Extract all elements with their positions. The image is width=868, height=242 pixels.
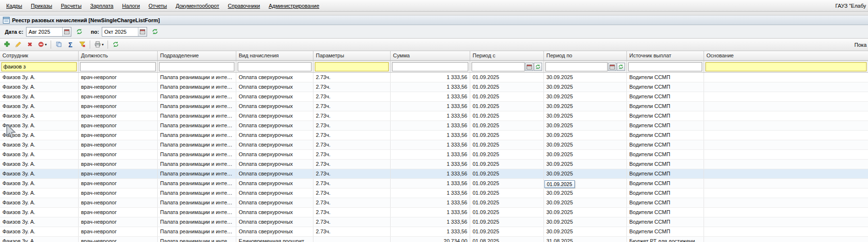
table-row[interactable]: Фаизов Зу. А.врач-неврологПалата реанима… <box>0 217 868 227</box>
filter-input-4[interactable] <box>238 62 312 71</box>
cell: 1 333,56 <box>391 217 470 227</box>
column-header-7[interactable]: Период с <box>470 51 544 61</box>
table-row[interactable]: Фаизов Зу. А.врач-неврологПалата реанима… <box>0 111 868 121</box>
column-header-4[interactable]: Вид начисления <box>236 51 313 61</box>
filter-input-9[interactable] <box>628 62 702 71</box>
date-to-field <box>102 27 147 37</box>
menu-item[interactable]: Отчеты <box>144 1 171 10</box>
filter-input-1[interactable] <box>1 62 77 71</box>
cell: 01.08.2025 <box>470 237 544 242</box>
table-row[interactable]: Фаизов Зу. А.врач-неврологПалата реанима… <box>0 150 868 160</box>
cell: Палата реанимации и интенсивн... <box>158 82 236 92</box>
cell: Палата реанимации и интенсивн... <box>158 198 236 207</box>
cell: Палата реанимации и интенсивн... <box>158 121 236 130</box>
refresh-icon[interactable] <box>617 63 625 71</box>
cell: Оплата сверхурочных <box>236 160 313 169</box>
filter-input-5[interactable] <box>315 62 389 71</box>
table-row[interactable]: Фаизов Зу. А.врач-неврологПалата реанима… <box>0 121 868 131</box>
column-header-3[interactable]: Подразделение <box>158 51 236 61</box>
cell <box>704 102 868 111</box>
filter-input-3[interactable] <box>159 62 234 71</box>
cell: Водители ССМП <box>627 73 704 82</box>
menu-item[interactable]: Расчеты <box>56 1 86 10</box>
refresh-button[interactable] <box>110 40 121 50</box>
column-header-6[interactable]: Сумма <box>391 51 470 61</box>
date-from-input[interactable] <box>27 27 62 36</box>
cell: Оплата сверхурочных <box>236 82 313 92</box>
table-row[interactable]: Фаизов Зу. А.врач-неврологПалата реанима… <box>0 160 868 169</box>
menu-item[interactable]: Справочники <box>224 1 265 10</box>
print-button[interactable]: ▾ <box>93 40 105 50</box>
table-row[interactable]: Фаизов Зу. А.врач-неврологПалата реанима… <box>0 82 868 92</box>
menu-item[interactable]: Кадры <box>2 1 27 10</box>
table-row[interactable]: Фаизов Зу. А.врач-неврологПалата реанима… <box>0 179 868 188</box>
calendar-icon[interactable] <box>608 63 616 71</box>
menu-item[interactable]: Администрирование <box>264 1 324 10</box>
column-header-8[interactable]: Период по <box>544 51 627 61</box>
column-header-1[interactable]: Сотрудник <box>0 51 79 61</box>
delete-button[interactable] <box>25 40 35 50</box>
filter-clear-icon <box>79 40 86 49</box>
table-row[interactable]: Фаизов Зу. А.врач-неврологПалата реанима… <box>0 227 868 237</box>
cell: Водители ССМП <box>627 217 704 227</box>
cell: врач-невролог <box>79 188 158 198</box>
cell: Водители ССМП <box>627 131 704 140</box>
cell <box>704 227 868 236</box>
cell: Водители ССМП <box>627 179 704 188</box>
table-row[interactable]: Фаизов Зу. А.врач-неврологПалата реанима… <box>0 198 868 208</box>
filter-input-8[interactable] <box>545 62 608 71</box>
cell: Водители ССМП <box>627 208 704 217</box>
filter-input-6[interactable] <box>392 62 468 71</box>
calendar-icon[interactable] <box>525 63 533 71</box>
refresh-icon[interactable] <box>534 63 542 71</box>
clear-filter-button[interactable] <box>77 40 87 50</box>
table-row[interactable]: Фаизов Зу. А.врач-неврологПалата реанима… <box>0 73 868 82</box>
filter-input-2[interactable] <box>80 62 156 71</box>
cell: 30.09.2025 <box>544 73 627 82</box>
cell: Оплата сверхурочных <box>236 188 313 198</box>
column-header-10[interactable]: Основание <box>704 51 868 61</box>
date-from-refresh-icon[interactable] <box>74 27 84 37</box>
filter-cell-4 <box>236 61 313 72</box>
table-row[interactable]: Фаизов Зу. А.врач-неврологПалата реанима… <box>0 102 868 111</box>
edit-button[interactable] <box>13 40 24 50</box>
menu-item[interactable]: Документооборот <box>171 1 223 10</box>
calendar-icon[interactable] <box>138 27 147 36</box>
cell: 2.73ч. <box>313 160 391 169</box>
cell: 30.09.2025 <box>544 217 627 227</box>
table-row[interactable]: Фаизов Зу. А.врач-неврологПалата реанима… <box>0 237 868 242</box>
date-to-input[interactable] <box>102 27 138 36</box>
table-row[interactable]: Фаизов Зу. А.врач-неврологПалата реанима… <box>0 208 868 217</box>
cell: 2.73ч. <box>313 73 391 82</box>
cell: Оплата сверхурочных <box>236 169 313 178</box>
cell: 2.73ч. <box>313 227 391 236</box>
add-button[interactable] <box>1 40 12 50</box>
column-header-9[interactable]: Источник выплат <box>627 51 704 61</box>
filter-input-10[interactable] <box>705 62 867 71</box>
menu-item[interactable]: Налоги <box>118 1 144 10</box>
date-filter-bar: Дата с: по: <box>0 25 868 39</box>
table-row[interactable]: Фаизов Зу. А.врач-неврологПалата реанима… <box>0 92 868 102</box>
date-to-refresh-icon[interactable] <box>150 27 160 37</box>
table-row[interactable]: Фаизов Зу. А.врач-неврологПалата реанима… <box>0 131 868 140</box>
table-row[interactable]: Фаизов Зу. А.врач-неврологПалата реанима… <box>0 188 868 198</box>
column-header-2[interactable]: Должность <box>79 51 158 61</box>
actions-menu-button[interactable]: ▾ <box>36 40 48 50</box>
filter-input-7[interactable] <box>472 62 525 71</box>
cell: 30.09.2025 <box>544 121 627 130</box>
cell: 01.09.2025 <box>470 140 544 149</box>
column-header-5[interactable]: Параметры <box>313 51 391 61</box>
cell: 1 333,56 <box>391 160 470 169</box>
cell <box>704 217 868 227</box>
calendar-icon[interactable] <box>62 27 71 36</box>
cell: Палата реанимации и интенсивн... <box>158 160 236 169</box>
cell: Фаизов Зу. А. <box>0 102 79 111</box>
menu-item[interactable]: Зарплата <box>86 1 118 10</box>
table-row[interactable]: Фаизов Зу. А.врач-неврологПалата реанима… <box>0 169 868 179</box>
menu-item[interactable]: Приказы <box>27 1 56 10</box>
sum-button[interactable]: Σ <box>65 40 76 50</box>
copy-button[interactable] <box>54 40 64 50</box>
cell <box>313 237 391 242</box>
menu-bar: КадрыПриказыРасчетыЗарплатаНалогиОтчетыД… <box>0 0 868 12</box>
table-row[interactable]: Фаизов Зу. А.врач-неврологПалата реанима… <box>0 140 868 150</box>
